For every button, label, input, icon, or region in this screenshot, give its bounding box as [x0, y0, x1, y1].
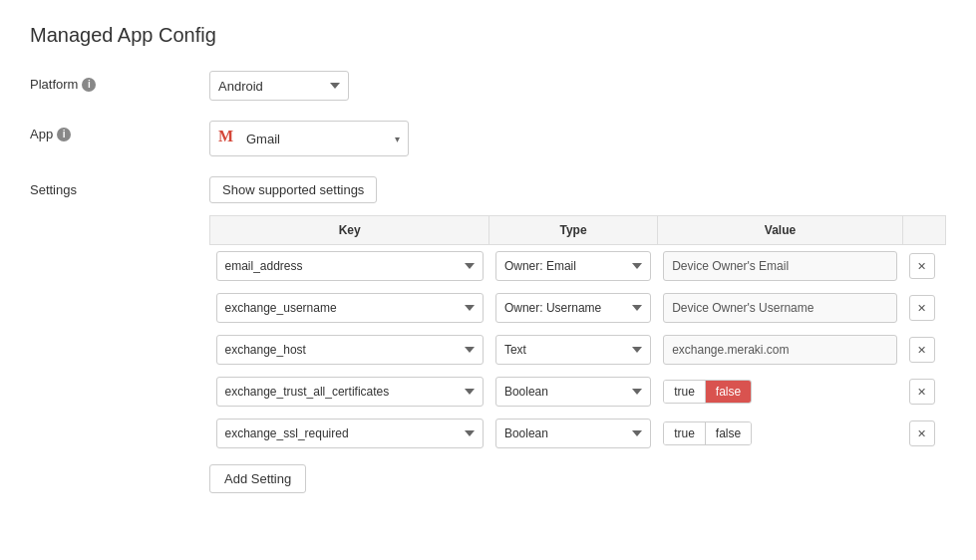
boolean-toggle: truefalse: [663, 421, 752, 445]
show-supported-button[interactable]: Show supported settings: [209, 176, 377, 203]
type-cell: Owner: Email: [489, 245, 657, 288]
key-select[interactable]: exchange_host: [216, 335, 484, 365]
value-cell: truefalse: [657, 413, 903, 454]
col-header-key: Key: [210, 216, 489, 245]
page-title: Managed App Config: [30, 24, 946, 47]
app-chevron-icon: ▾: [395, 134, 400, 144]
table-row: exchange_ssl_requiredBooleantruefalse✕: [210, 413, 946, 454]
bool-true-button[interactable]: true: [664, 422, 705, 444]
remove-cell: ✕: [903, 329, 946, 371]
app-info-icon[interactable]: i: [57, 128, 71, 141]
add-setting-button[interactable]: Add Setting: [209, 464, 306, 493]
app-name: Gmail: [246, 132, 389, 146]
platform-info-icon[interactable]: i: [82, 78, 96, 92]
type-select[interactable]: Owner: Username: [495, 293, 651, 323]
remove-cell: ✕: [903, 413, 946, 454]
col-header-value: Value: [657, 216, 903, 245]
value-cell: [657, 329, 903, 371]
remove-button[interactable]: ✕: [909, 295, 935, 321]
app-select[interactable]: M Gmail ▾: [209, 121, 409, 156]
settings-content: Show supported settings Key Type Value e…: [209, 176, 946, 493]
table-row: email_addressOwner: Email✕: [210, 245, 946, 288]
platform-row: Platform i Android iOS: [30, 71, 946, 101]
remove-button[interactable]: ✕: [909, 420, 935, 446]
bool-false-button[interactable]: false: [705, 422, 751, 444]
platform-select[interactable]: Android iOS: [209, 71, 349, 101]
remove-cell: ✕: [903, 245, 946, 288]
type-select[interactable]: Boolean: [495, 419, 651, 448]
settings-row: Settings Show supported settings Key Typ…: [30, 176, 946, 493]
type-select[interactable]: Boolean: [495, 377, 651, 407]
key-cell: exchange_ssl_required: [210, 413, 489, 454]
remove-button[interactable]: ✕: [909, 379, 935, 405]
value-cell: truefalse: [657, 371, 903, 413]
key-cell: exchange_host: [210, 329, 489, 371]
platform-label: Platform i: [30, 71, 209, 92]
value-input[interactable]: [663, 293, 897, 323]
type-cell: Text: [489, 329, 657, 371]
app-content: M Gmail ▾: [209, 121, 946, 156]
gmail-icon: M: [218, 128, 240, 149]
remove-button[interactable]: ✕: [909, 253, 935, 279]
app-row: App i M Gmail ▾: [30, 121, 946, 156]
value-input[interactable]: [663, 251, 897, 281]
boolean-toggle: truefalse: [663, 380, 752, 404]
type-select[interactable]: Owner: Email: [495, 251, 651, 281]
type-cell: Boolean: [489, 371, 657, 413]
table-row: exchange_hostText✕: [210, 329, 946, 371]
bool-true-button[interactable]: true: [664, 381, 705, 403]
remove-cell: ✕: [903, 287, 946, 329]
key-select[interactable]: exchange_username: [216, 293, 484, 323]
type-cell: Boolean: [489, 413, 657, 454]
bool-false-button[interactable]: false: [705, 381, 751, 403]
key-cell: exchange_username: [210, 287, 489, 329]
value-cell: [657, 245, 903, 288]
key-select[interactable]: exchange_ssl_required: [216, 419, 484, 448]
key-cell: exchange_trust_all_certificates: [210, 371, 489, 413]
type-cell: Owner: Username: [489, 287, 657, 329]
settings-table: Key Type Value email_addressOwner: Email…: [209, 215, 946, 454]
value-input[interactable]: [663, 335, 897, 365]
key-cell: email_address: [210, 245, 489, 288]
col-header-type: Type: [489, 216, 657, 245]
table-row: exchange_trust_all_certificatesBooleantr…: [210, 371, 946, 413]
table-header-row: Key Type Value: [210, 216, 946, 245]
platform-content: Android iOS: [209, 71, 946, 101]
settings-label: Settings: [30, 176, 209, 197]
type-select[interactable]: Text: [495, 335, 651, 365]
value-cell: [657, 287, 903, 329]
remove-button[interactable]: ✕: [909, 337, 935, 363]
key-select[interactable]: email_address: [216, 251, 484, 281]
col-header-action: [903, 216, 946, 245]
app-label: App i: [30, 121, 209, 141]
key-select[interactable]: exchange_trust_all_certificates: [216, 377, 484, 407]
table-row: exchange_usernameOwner: Username✕: [210, 287, 946, 329]
remove-cell: ✕: [903, 371, 946, 413]
